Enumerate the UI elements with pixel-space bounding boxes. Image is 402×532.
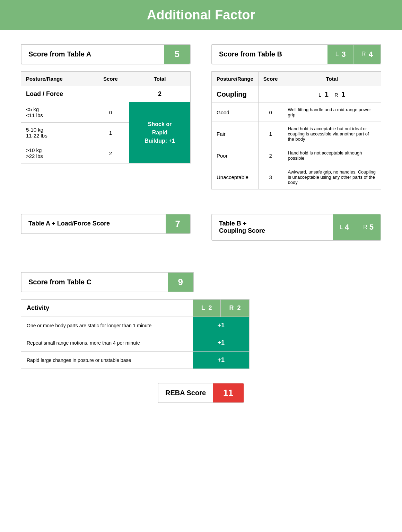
- score-cell: 0: [258, 103, 283, 122]
- l-letter: L: [335, 51, 339, 58]
- summary-a-section: Table A + Load/Force Score 7: [21, 214, 191, 241]
- summary-b-section: Table B + Coupling Score L 4 R 5: [211, 214, 381, 241]
- activity-header: Activity: [21, 300, 193, 317]
- score-table-b-label: Score from Table B: [212, 45, 327, 64]
- table-a-section: Score from Table A 5 Posture/Range Score…: [21, 44, 191, 200]
- l-value: 3: [342, 50, 346, 59]
- coupling-label: Coupling: [212, 86, 259, 103]
- summary-b-r: R 5: [356, 214, 381, 240]
- posture-cell: 5-10 kg 11-22 lbs: [21, 123, 92, 143]
- col-posture-a: Posture/Range: [21, 72, 92, 86]
- activity-desc: Repeat small range motions, more than 4 …: [21, 334, 193, 352]
- score-table-b-lr: L 3 R 4: [327, 45, 381, 64]
- page-title: Additional Factor: [0, 8, 402, 23]
- col-total-a: Total: [129, 72, 191, 86]
- table-row: Good 0 Well fitting handle and a mid-ran…: [212, 103, 381, 122]
- activity-value: +1: [193, 352, 249, 369]
- score-b-r: R 4: [353, 45, 381, 64]
- score-cell: 0: [92, 102, 129, 123]
- score-cell: 2: [92, 143, 129, 163]
- score-table-a-label: Score from Table A: [21, 45, 164, 64]
- col-score-a: Score: [92, 72, 129, 86]
- activity-row: Rapid large changes in posture or unstab…: [21, 352, 250, 369]
- table-row: Poor 2 Hand hold is not acceptable altho…: [212, 146, 381, 165]
- table-row: <5 kg <11 lbs 0 Shock or Rapid Buildup: …: [21, 102, 191, 123]
- l-letter: L: [340, 224, 343, 230]
- score-cell: 1: [92, 123, 129, 143]
- summary-b-lr: L 4 R 5: [333, 214, 381, 240]
- table-row: Fair 1 Hand hold is acceptable but not i…: [212, 122, 381, 146]
- score-table-a-value: 5: [164, 45, 190, 64]
- reba-section: REBA Score 11: [21, 383, 381, 403]
- col-total-b: Total: [283, 72, 381, 86]
- page-header: Additional Factor: [0, 0, 402, 30]
- posture-cell: >10 kg >22 lbs: [21, 143, 92, 163]
- total-cell: Well fitting handle and a mid-range powe…: [283, 103, 381, 122]
- score-cell: 1: [258, 122, 283, 146]
- r-letter: R: [363, 224, 367, 230]
- score-table-c-box: Score from Table C 9: [21, 272, 194, 292]
- score-table-a-box: Score from Table A 5: [21, 44, 191, 64]
- posture-cell: Poor: [212, 146, 259, 165]
- activity-desc: One or more body parts are static for lo…: [21, 317, 193, 334]
- activity-r-letter: R: [229, 304, 234, 311]
- activity-r-header: R 2: [220, 300, 249, 317]
- score-table-c-value: 9: [168, 273, 193, 292]
- score-b-l: L 3: [327, 45, 353, 64]
- r-letter: R: [361, 51, 366, 58]
- reba-value: 11: [213, 383, 244, 402]
- l-value: 4: [345, 223, 349, 232]
- total-cell: Hand hold is not acceptable although pos…: [283, 146, 381, 165]
- total-cell: Hand hold is acceptable but not ideal or…: [283, 122, 381, 146]
- summary-row: Table A + Load/Force Score 7 Table B + C…: [21, 214, 381, 241]
- activity-table: Activity L 2 R 2 One or more body parts …: [21, 299, 250, 369]
- activity-row: Repeat small range motions, more than 4 …: [21, 334, 250, 352]
- load-force-row: Load / Force 2: [21, 86, 191, 102]
- summary-a-box: Table A + Load/Force Score 7: [21, 214, 191, 234]
- score-table-b-box: Score from Table B L 3 R 4: [211, 44, 381, 64]
- activity-l-letter: L: [201, 304, 205, 311]
- activity-row: One or more body parts are static for lo…: [21, 317, 250, 334]
- total-cell: Shock or Rapid Buildup: +1: [129, 102, 191, 163]
- table-c-section: Score from Table C 9 Activity L 2 R 2 On: [21, 272, 381, 369]
- activity-r-value: 2: [237, 304, 241, 311]
- summary-a-label: Table A + Load/Force Score: [21, 214, 166, 233]
- posture-cell: Good: [212, 103, 259, 122]
- reba-box: REBA Score 11: [158, 383, 244, 403]
- coupling-score: [258, 86, 283, 103]
- summary-b-l: L 4: [333, 214, 356, 240]
- posture-cell: Unacceptable: [212, 165, 259, 189]
- load-force-label: Load / Force: [21, 86, 129, 102]
- score-table-c-label: Score from Table C: [21, 273, 168, 292]
- coupling-header-row: Coupling L 1 R 1: [212, 86, 381, 103]
- coupling-lr: L 1 R 1: [283, 86, 381, 103]
- score-cell: 3: [258, 165, 283, 189]
- activity-l-header: L 2: [193, 300, 220, 317]
- r-value: 4: [369, 50, 373, 59]
- r-value: 5: [369, 223, 374, 232]
- activity-value: +1: [193, 334, 249, 352]
- reba-label: REBA Score: [158, 383, 213, 402]
- activity-desc: Rapid large changes in posture or unstab…: [21, 352, 193, 369]
- spacer: [21, 255, 381, 265]
- table-a-data: Posture/Range Score Total Load / Force 2…: [21, 71, 191, 163]
- activity-value: +1: [193, 317, 249, 334]
- score-cell: 2: [258, 146, 283, 165]
- col-score-b: Score: [258, 72, 283, 86]
- table-b-data: Posture/Range Score Total Coupling L 1 R: [211, 71, 381, 189]
- summary-b-box: Table B + Coupling Score L 4 R 5: [211, 214, 381, 241]
- total-cell: Awkward, unsafe grip, no handles. Coupli…: [283, 165, 381, 189]
- summary-b-label: Table B + Coupling Score: [212, 214, 333, 240]
- load-force-value: 2: [129, 86, 191, 102]
- main-content: Score from Table A 5 Posture/Range Score…: [0, 30, 402, 417]
- posture-cell: <5 kg <11 lbs: [21, 102, 92, 123]
- activity-l-value: 2: [208, 304, 212, 311]
- top-two-col: Score from Table A 5 Posture/Range Score…: [21, 44, 381, 200]
- summary-a-value: 7: [166, 214, 190, 233]
- col-posture-b: Posture/Range: [212, 72, 259, 86]
- table-row: Unacceptable 3 Awkward, unsafe grip, no …: [212, 165, 381, 189]
- table-b-section: Score from Table B L 3 R 4 Posture/R: [211, 44, 381, 200]
- posture-cell: Fair: [212, 122, 259, 146]
